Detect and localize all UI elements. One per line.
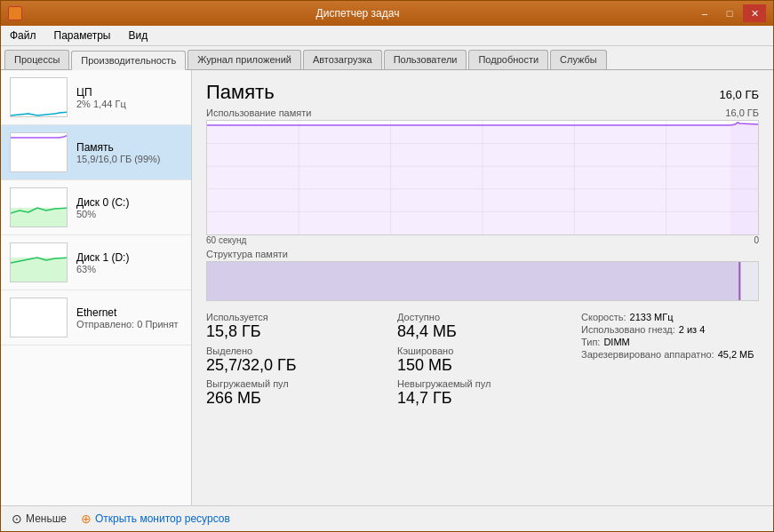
memory-info: Память 15,9/16,0 ГБ (99%) — [76, 141, 182, 164]
tabs-bar: Процессы Производительность Журнал прило… — [1, 46, 773, 70]
reserved-value: 45,2 МБ — [718, 349, 754, 360]
stat-available-value: 84,4 МБ — [397, 322, 567, 342]
svg-rect-6 — [11, 298, 68, 337]
sidebar-item-cpu[interactable]: ЦП 2% 1,44 Гц — [1, 70, 191, 125]
chart-time-right: 0 — [754, 235, 759, 245]
stat-available: Доступно 84,4 МБ — [397, 312, 567, 342]
ethernet-value: Отправлено: 0 Принят — [76, 319, 182, 330]
tab-details[interactable]: Подробности — [468, 50, 548, 69]
speed-value: 2133 МГц — [630, 312, 674, 322]
speed-label: Скорость: — [581, 312, 626, 322]
tab-users[interactable]: Пользователи — [384, 50, 467, 69]
stat-used-label: Используется — [206, 312, 376, 322]
usage-chart-section: Использование памяти 16,0 ГБ — [206, 107, 759, 245]
chart-time-left: 60 секунд — [206, 235, 246, 245]
reserved-row: Зарезервировано аппаратно: 45,2 МБ — [581, 349, 759, 360]
stat-allocated: Выделено 25,7/32,0 ГБ — [206, 345, 376, 376]
stat-nonpageable: Невыгружаемый пул 14,7 ГБ — [397, 378, 567, 409]
disk0-info: Диск 0 (C:) 50% — [76, 196, 182, 219]
monitor-icon: ⊕ — [81, 512, 92, 526]
stat-pageable-value: 266 МБ — [206, 389, 376, 409]
svg-marker-17 — [730, 123, 758, 234]
cpu-info: ЦП 2% 1,44 Гц — [76, 86, 182, 109]
ethernet-name: Ethernet — [76, 306, 182, 319]
slots-value: 2 из 4 — [679, 324, 706, 335]
tab-performance[interactable]: Производительность — [71, 51, 186, 70]
menu-file[interactable]: Файл — [4, 28, 42, 44]
menu-view[interactable]: Вид — [123, 28, 153, 44]
speed-row: Скорость: 2133 МГц — [581, 312, 759, 322]
sidebar-item-disk0[interactable]: Диск 0 (C:) 50% — [1, 180, 191, 235]
less-icon: ⊙ — [12, 512, 22, 526]
stat-cached: Кэшировано 150 МБ — [397, 345, 567, 376]
disk1-name: Диск 1 (D:) — [76, 251, 182, 264]
monitor-link[interactable]: ⊕ Открыть монитор ресурсов — [81, 512, 230, 526]
chart-time-labels: 60 секунд 0 — [206, 235, 759, 245]
tab-processes[interactable]: Процессы — [4, 50, 69, 69]
minimize-button[interactable]: – — [693, 4, 716, 22]
title-bar: Диспетчер задач – □ ✕ — [1, 1, 773, 26]
window-title: Диспетчер задач — [22, 7, 693, 20]
disk0-mini-graph — [10, 187, 68, 227]
sidebar-item-memory[interactable]: Память 15,9/16,0 ГБ (99%) — [1, 125, 191, 180]
sidebar: ЦП 2% 1,44 Гц Память 15,9/16,0 ГБ (99%) — [1, 70, 192, 505]
svg-marker-18 — [207, 125, 730, 234]
type-value: DIMM — [603, 337, 629, 347]
sidebar-item-ethernet[interactable]: Ethernet Отправлено: 0 Принят — [1, 290, 191, 345]
chart-label-text: Использование памяти — [206, 107, 311, 118]
sidebar-item-disk1[interactable]: Диск 1 (D:) 63% — [1, 235, 191, 290]
content-area: ЦП 2% 1,44 Гц Память 15,9/16,0 ГБ (99%) — [1, 70, 773, 505]
reserved-label: Зарезервировано аппаратно: — [581, 349, 714, 360]
main-header: Память 16,0 ГБ — [206, 81, 759, 104]
stat-used-value: 15,8 ГБ — [206, 322, 376, 342]
memory-value: 15,9/16,0 ГБ (99%) — [76, 154, 182, 164]
cpu-mini-graph — [10, 77, 68, 117]
tab-startup[interactable]: Автозагрузка — [303, 50, 382, 69]
disk0-value: 50% — [76, 209, 182, 219]
stat-nonpageable-label: Невыгружаемый пул — [397, 378, 567, 389]
stat-nonpageable-value: 14,7 ГБ — [397, 389, 567, 409]
type-label: Тип: — [581, 337, 600, 347]
app-icon — [8, 6, 22, 20]
svg-rect-1 — [11, 133, 68, 172]
chart-max-label: 16,0 ГБ — [725, 107, 759, 118]
stat-used: Используется 15,8 ГБ — [206, 312, 376, 342]
eth-mini-graph — [10, 298, 68, 337]
stat-pageable-label: Выгружаемый пул — [206, 378, 376, 389]
main-total-size: 16,0 ГБ — [720, 88, 759, 101]
disk1-info: Диск 1 (D:) 63% — [76, 251, 182, 274]
main-panel: Память 16,0 ГБ Использование памяти 16,0… — [192, 70, 773, 505]
close-button[interactable]: ✕ — [743, 4, 766, 22]
footer: ⊙ Меньше ⊕ Открыть монитор ресурсов — [1, 505, 773, 531]
tab-services[interactable]: Службы — [550, 50, 607, 69]
cpu-value: 2% 1,44 Гц — [76, 99, 182, 109]
mem-mini-graph — [10, 132, 68, 172]
stat-cached-label: Кэшировано — [397, 345, 567, 356]
type-row: Тип: DIMM — [581, 337, 759, 347]
svg-rect-20 — [207, 262, 739, 300]
window-controls: – □ ✕ — [693, 4, 766, 22]
slots-row: Использовано гнезд: 2 из 4 — [581, 324, 759, 335]
less-label: Меньше — [26, 512, 67, 525]
stat-allocated-label: Выделено — [206, 345, 376, 356]
stat-cached-value: 150 МБ — [397, 356, 567, 376]
stat-pageable: Выгружаемый пул 266 МБ — [206, 378, 376, 409]
menu-params[interactable]: Параметры — [49, 28, 116, 44]
struct-label: Структура памяти — [206, 249, 759, 259]
slots-label: Использовано гнезд: — [581, 324, 675, 335]
stat-allocated-value: 25,7/32,0 ГБ — [206, 356, 376, 376]
cpu-name: ЦП — [76, 86, 182, 99]
stats-section: Используется 15,8 ГБ Доступно 84,4 МБ Вы… — [206, 312, 759, 409]
svg-rect-21 — [739, 262, 758, 300]
maximize-button[interactable]: □ — [718, 4, 741, 22]
svg-rect-0 — [11, 78, 68, 117]
struct-chart — [206, 261, 759, 301]
disk0-name: Диск 0 (C:) — [76, 196, 182, 209]
main-window: Диспетчер задач – □ ✕ Файл Параметры Вид… — [0, 0, 774, 532]
usage-chart — [206, 120, 759, 235]
less-button[interactable]: ⊙ Меньше — [12, 512, 67, 526]
chart-label-row: Использование памяти 16,0 ГБ — [206, 107, 759, 118]
main-title: Память — [206, 81, 275, 104]
tab-app-history[interactable]: Журнал приложений — [188, 50, 301, 69]
disk1-value: 63% — [76, 264, 182, 274]
